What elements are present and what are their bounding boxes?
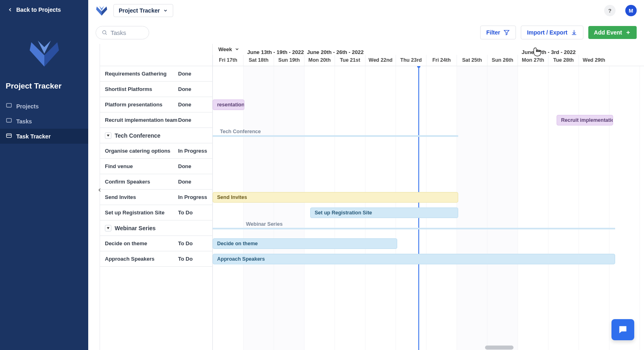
day-header: Sun 26th xyxy=(487,55,518,66)
chat-icon xyxy=(618,324,628,335)
task-name: Set up Registration Site xyxy=(105,210,178,216)
sidebar: Back to Projects Project Tracker Project… xyxy=(0,0,88,350)
task-name: Decide on theme xyxy=(105,240,178,246)
timeline-row xyxy=(213,174,644,190)
main-area: Project Tracker ? M Filter Import / Expo… xyxy=(88,0,644,350)
download-icon xyxy=(571,29,577,36)
task-row[interactable]: Platform presentationsDone xyxy=(100,97,212,112)
user-avatar[interactable]: M xyxy=(625,5,637,16)
task-name: Shortlist Platforms xyxy=(105,86,178,92)
task-status: To Do xyxy=(178,256,207,262)
svg-rect-4 xyxy=(7,119,11,122)
task-status: Done xyxy=(178,163,207,169)
task-status: Done xyxy=(178,86,207,92)
task-name: Requirements Gathering xyxy=(105,71,178,77)
timeline-row: Recruit implementatio… xyxy=(213,112,644,128)
task-row[interactable]: Organise catering optionsIn Progress xyxy=(100,143,212,159)
sidebar-item-tasks[interactable]: Tasks xyxy=(0,114,88,129)
search-input[interactable] xyxy=(111,29,143,36)
timeline-task-bar[interactable]: Recruit implementatio… xyxy=(557,115,613,125)
help-button[interactable]: ? xyxy=(604,5,616,16)
nav-icon xyxy=(6,102,12,110)
svg-marker-16 xyxy=(107,227,109,229)
timeline-task-bar[interactable]: Set up Registration Site xyxy=(310,207,458,218)
search-field-wrap[interactable] xyxy=(96,26,149,39)
task-row[interactable]: Set up Registration SiteTo Do xyxy=(100,205,212,220)
sidebar-item-task-tracker[interactable]: Task Tracker xyxy=(0,129,88,144)
timeline-task-bar[interactable]: Send Invites xyxy=(213,192,458,203)
collapse-task-pane-button[interactable] xyxy=(96,186,104,194)
task-row[interactable]: Requirements GatheringDone xyxy=(100,66,212,82)
task-status: To Do xyxy=(178,240,207,246)
task-name: Send Invites xyxy=(105,194,178,200)
svg-line-11 xyxy=(106,34,107,35)
collapse-triangle-icon[interactable] xyxy=(105,132,111,139)
task-status: Done xyxy=(178,71,207,77)
svg-point-10 xyxy=(102,30,106,34)
task-name: Platform presentations xyxy=(105,102,178,108)
app-logo-small[interactable] xyxy=(96,4,108,17)
day-header: Thu 23rd xyxy=(396,55,426,66)
chat-fab-button[interactable] xyxy=(611,319,634,340)
project-dropdown[interactable]: Project Tracker xyxy=(113,4,173,17)
task-name: Confirm Speakers xyxy=(105,179,178,185)
task-row[interactable]: Shortlist PlatformsDone xyxy=(100,82,212,97)
timeline-group-bar[interactable] xyxy=(213,228,615,229)
filter-button[interactable]: Filter xyxy=(480,26,516,39)
task-status: Done xyxy=(178,117,207,123)
task-list-pane: Requirements GatheringDoneShortlist Plat… xyxy=(100,44,213,350)
chevron-left-icon xyxy=(7,7,13,13)
timeline-task-bar[interactable]: Approach Speakers xyxy=(213,254,615,264)
svg-marker-12 xyxy=(504,30,509,35)
day-header: Sun 19th xyxy=(274,55,304,66)
task-row[interactable]: Recruit implementation teamDone xyxy=(100,112,212,128)
week-range-label: June 13th - 19th - 2022 xyxy=(247,49,304,55)
task-group-header[interactable]: Tech Conference xyxy=(100,128,212,143)
sidebar-item-projects[interactable]: Projects xyxy=(0,99,88,114)
day-header: Fri 24th xyxy=(426,55,457,66)
week-range-label: June 20th - 26th - 2022 xyxy=(307,49,363,55)
task-row[interactable]: Send InvitesIn Progress xyxy=(100,190,212,205)
nav-label: Tasks xyxy=(16,118,32,125)
horizontal-scrollbar[interactable] xyxy=(213,345,644,350)
timeline-range-dropdown[interactable]: Week xyxy=(213,46,239,52)
collapse-triangle-icon[interactable] xyxy=(105,225,111,231)
add-event-button[interactable]: Add Event xyxy=(588,26,637,39)
task-row[interactable]: Confirm SpeakersDone xyxy=(100,174,212,190)
task-group-header[interactable]: Webinar Series xyxy=(100,220,212,236)
task-row[interactable]: Find venueDone xyxy=(100,159,212,174)
import-export-button[interactable]: Import / Export xyxy=(521,26,583,39)
timeline-task-bar[interactable]: Decide on theme xyxy=(213,238,397,249)
back-to-projects-button[interactable]: Back to Projects xyxy=(0,0,88,19)
timeline-row: Set up Registration Site xyxy=(213,205,644,220)
task-row[interactable]: Approach SpeakersTo Do xyxy=(100,251,212,267)
app-logo-large xyxy=(0,19,88,82)
timeline-pane: Week June 13th - 19th - 2022June 20th - … xyxy=(213,44,644,350)
timeline-task-bar[interactable]: resentations xyxy=(213,99,244,110)
content: Requirements GatheringDoneShortlist Plat… xyxy=(88,44,644,350)
timeline-row: Approach Speakers xyxy=(213,251,644,267)
task-status: In Progress xyxy=(178,148,207,154)
chevron-down-icon xyxy=(235,47,239,52)
task-row[interactable]: Decide on themeTo Do xyxy=(100,236,212,251)
timeline-group-bar[interactable] xyxy=(213,135,458,137)
timeline-group-label: Tech Conference xyxy=(220,129,261,134)
task-status: Done xyxy=(178,102,207,108)
timeline-header: Week June 13th - 19th - 2022June 20th - … xyxy=(213,44,644,66)
timeline-body[interactable]: resentationsRecruit implementatio…Tech C… xyxy=(213,66,644,350)
day-header: Fri 17th xyxy=(213,55,243,66)
task-name: Recruit implementation team xyxy=(105,117,178,123)
timeline-row: resentations xyxy=(213,97,644,112)
timeline-row xyxy=(213,82,644,97)
topbar: Project Tracker ? M xyxy=(88,0,644,21)
nav-icon xyxy=(6,132,12,140)
task-group-name: Webinar Series xyxy=(115,225,207,231)
scrollbar-thumb[interactable] xyxy=(485,346,513,350)
svg-marker-15 xyxy=(107,134,109,136)
timeline-group-label: Webinar Series xyxy=(246,221,283,227)
svg-rect-3 xyxy=(7,104,11,107)
timeline-row: Send Invites xyxy=(213,190,644,205)
task-group-name: Tech Conference xyxy=(115,132,207,139)
day-header: Mon 27th xyxy=(518,55,548,66)
day-header: Tue 28th xyxy=(548,55,579,66)
